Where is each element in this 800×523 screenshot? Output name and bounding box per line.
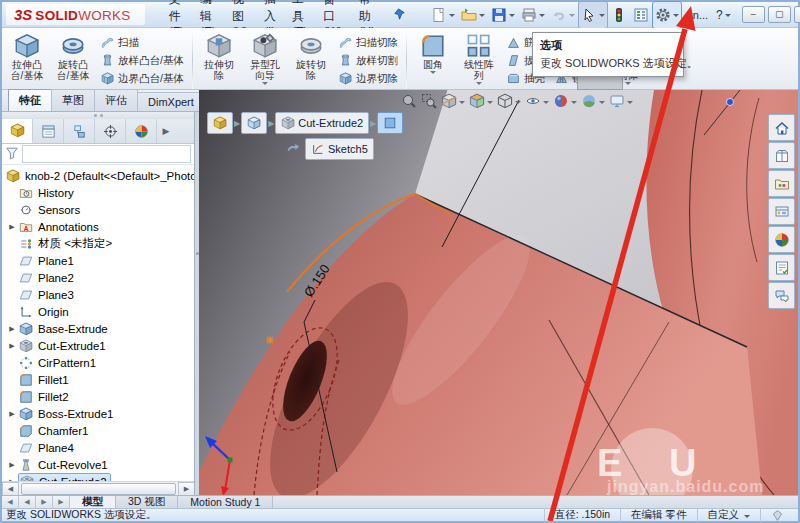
- dropdown-caret-icon[interactable]: [625, 82, 631, 88]
- zoom-to-fit-button[interactable]: [400, 92, 418, 110]
- goto-sketch-icon[interactable]: [285, 141, 301, 157]
- select-button[interactable]: [578, 1, 608, 29]
- close-button[interactable]: ✕: [794, 6, 800, 23]
- expand-arrow-icon[interactable]: ▶: [6, 461, 18, 469]
- featuremanager-tab[interactable]: [2, 119, 33, 143]
- tree-item-base-extrude[interactable]: ▶Base-Extrude: [2, 320, 194, 337]
- undo-button[interactable]: [548, 1, 578, 29]
- apply-scene-button[interactable]: [580, 92, 606, 110]
- display-style-button[interactable]: [496, 92, 522, 110]
- tree-item-knob-2[interactable]: knob-2 (Default<<Default>_PhotoWo: [2, 167, 194, 184]
- expand-arrow-icon[interactable]: ▶: [6, 342, 18, 350]
- breadcrumb-face-chip[interactable]: [377, 112, 403, 134]
- dropdown-caret-icon[interactable]: [673, 14, 679, 20]
- dropdown-caret-icon[interactable]: [430, 71, 436, 77]
- tab-scroll-last-button[interactable]: ▶: [53, 496, 70, 508]
- tab-3d-views[interactable]: 3D 视图: [116, 496, 178, 508]
- minimize-button[interactable]: –: [742, 6, 765, 23]
- tab-sketch[interactable]: 草图: [51, 89, 95, 111]
- tree-item-plane2[interactable]: Plane2: [2, 269, 194, 286]
- dropdown-caret-icon[interactable]: [599, 101, 605, 107]
- revolved-boss-base-button[interactable]: 旋转凸台/基体: [50, 30, 96, 91]
- boundary-boss-base-button[interactable]: 边界凸台/基体: [98, 70, 187, 88]
- tree-item-boss-extrude1[interactable]: ▶Boss-Extrude1: [2, 405, 194, 422]
- swept-cut-button[interactable]: 扫描切除: [336, 34, 401, 52]
- edit-appearance-button[interactable]: [552, 92, 578, 110]
- scroll-left-button[interactable]: ◀: [2, 482, 19, 496]
- options-button[interactable]: [652, 1, 682, 29]
- linear-pattern-button[interactable]: 线性阵列: [456, 30, 502, 91]
- lofted-cut-button[interactable]: 放样切割: [336, 52, 401, 70]
- dropdown-caret-icon[interactable]: [479, 14, 485, 20]
- dropdown-caret-icon[interactable]: [509, 14, 515, 20]
- dropdown-caret-icon[interactable]: [599, 14, 605, 20]
- extruded-cut-button[interactable]: 拉伸切除: [196, 30, 242, 91]
- view-settings-button[interactable]: [608, 92, 634, 110]
- graphics-viewport[interactable]: Ø.150 ▶▶Cut-Extrude2▶ Sketch5 E U jingya…: [199, 90, 798, 495]
- configurationmanager-tab[interactable]: [64, 119, 95, 143]
- rebuild-button[interactable]: [630, 1, 652, 29]
- extruded-boss-base-button[interactable]: 拉伸凸台/基体: [4, 30, 50, 91]
- revolved-cut-button[interactable]: 旋转切除: [288, 30, 334, 91]
- tab-scroll-first-button[interactable]: ◀: [2, 496, 19, 508]
- taskpane-file-explorer-button[interactable]: [768, 198, 795, 225]
- expand-arrow-icon[interactable]: ▶: [6, 325, 18, 333]
- tree-item-plane1[interactable]: Plane1: [2, 252, 194, 269]
- tree-item-sensors[interactable]: Sensors: [2, 201, 194, 218]
- tab-motion-study-1[interactable]: Motion Study 1: [178, 496, 273, 508]
- tree-item-origin[interactable]: Origin: [2, 303, 194, 320]
- dropdown-caret-icon[interactable]: [539, 14, 545, 20]
- panel-splitter-grip[interactable]: [2, 112, 194, 119]
- save-button[interactable]: [488, 1, 518, 29]
- tree-item-cirpattern1[interactable]: CirPattern1: [2, 354, 194, 371]
- pin-icon[interactable]: [389, 1, 410, 29]
- dropdown-caret-icon[interactable]: [476, 82, 482, 88]
- help-button[interactable]: ?: [713, 8, 734, 22]
- tab-scroll-next-button[interactable]: ▶: [36, 496, 53, 508]
- breadcrumb-feature-chip[interactable]: Cut-Extrude2: [275, 112, 369, 134]
- tab-dimxpert[interactable]: DimXpert: [137, 92, 205, 111]
- dropdown-caret-icon[interactable]: [487, 101, 493, 107]
- tree-item-cut-revolve1[interactable]: ▶Cut-Revolve1: [2, 456, 194, 473]
- filter-funnel-icon[interactable]: [5, 146, 19, 163]
- filter-input[interactable]: [22, 145, 191, 163]
- maximize-button[interactable]: ▢: [768, 6, 791, 23]
- view-orientation-button[interactable]: [468, 92, 494, 110]
- tab-model[interactable]: 模型: [70, 496, 116, 508]
- print-button[interactable]: [518, 1, 548, 29]
- dropdown-caret-icon[interactable]: [515, 101, 521, 107]
- breadcrumb-part-chip[interactable]: [207, 112, 233, 134]
- breadcrumb-body-chip[interactable]: [241, 112, 267, 134]
- sketch-point[interactable]: [266, 336, 274, 344]
- dropdown-caret-icon[interactable]: [627, 101, 633, 107]
- dropdown-caret-icon[interactable]: [449, 14, 455, 20]
- open-button[interactable]: [458, 1, 488, 29]
- scrollbar-thumb[interactable]: [21, 483, 176, 495]
- tree-item-plane3[interactable]: Plane3: [2, 286, 194, 303]
- fillet-button[interactable]: 圆角: [410, 30, 456, 91]
- taskpane-appearances-button[interactable]: [768, 226, 795, 253]
- dropdown-caret-icon[interactable]: [543, 101, 549, 107]
- tree-item-plane4[interactable]: Plane4: [2, 439, 194, 456]
- taskpane-custom-properties-button[interactable]: [768, 254, 795, 281]
- expand-arrow-icon[interactable]: ▶: [6, 223, 18, 231]
- tree-item-fillet2[interactable]: Fillet2: [2, 388, 194, 405]
- hole-wizard-button[interactable]: 异型孔向导: [242, 30, 288, 91]
- taskpane-design-library-button[interactable]: [768, 170, 795, 197]
- tree-item-fillet1[interactable]: Fillet1: [2, 371, 194, 388]
- tab-evaluate[interactable]: 评估: [94, 89, 138, 111]
- tree-item-cut-extrude1[interactable]: ▶Cut-Extrude1: [2, 337, 194, 354]
- taskpane-home-button[interactable]: [768, 114, 795, 141]
- vertex-point[interactable]: [727, 99, 734, 106]
- breadcrumb-sketch-chip[interactable]: Sketch5: [305, 138, 374, 160]
- hide-show-items-button[interactable]: [524, 92, 550, 110]
- dropdown-caret-icon[interactable]: [569, 14, 575, 20]
- propertymanager-tab[interactable]: [33, 119, 64, 143]
- new-document-button[interactable]: [428, 1, 458, 29]
- dropdown-caret-icon[interactable]: [262, 82, 268, 88]
- dropdown-caret-icon[interactable]: [571, 101, 577, 107]
- boundary-cut-button[interactable]: 边界切除: [336, 70, 401, 88]
- expand-arrow-icon[interactable]: ▶: [6, 410, 18, 418]
- zoom-to-area-button[interactable]: [420, 92, 438, 110]
- swept-boss-base-button[interactable]: 扫描: [98, 34, 187, 52]
